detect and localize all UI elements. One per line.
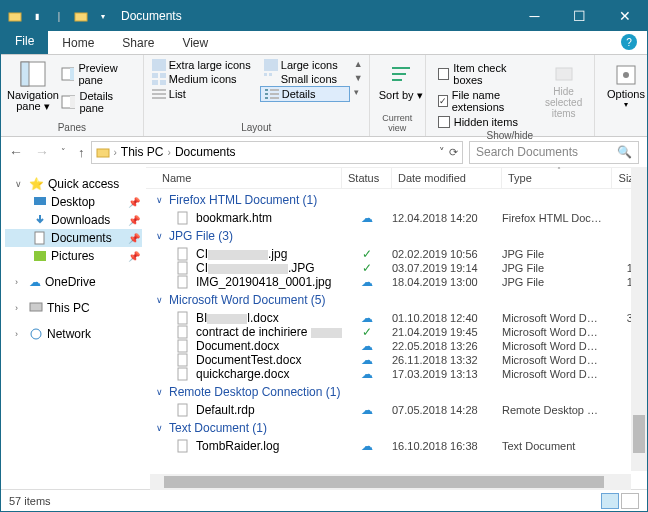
layout-scroll-up[interactable]: ▲ [352,58,365,72]
close-button[interactable]: ✕ [602,1,647,31]
file-row[interactable]: BIl.docx ☁ 01.10.2018 12:40 Microsoft Wo… [146,311,647,325]
recent-dropdown[interactable]: ˅ [61,147,66,157]
sort-by-button[interactable]: Sort by ▾ [376,58,426,101]
file-row[interactable]: CI.jpg ✓ 02.02.2019 10:56 JPG File [146,247,647,261]
file-name-extensions[interactable]: ✓File name extensions [438,89,536,113]
breadcrumb-thispc[interactable]: This PC [121,145,164,159]
tab-home[interactable]: Home [48,32,108,54]
qat-overflow-icon[interactable]: ▾ [95,8,111,24]
help-icon[interactable]: ? [621,34,637,50]
sidebar-downloads[interactable]: Downloads📌 [5,211,142,229]
sidebar-desktop[interactable]: Desktop📌 [5,193,142,211]
sidebar-documents[interactable]: Documents📌 [5,229,142,247]
item-count: 57 items [9,495,51,507]
col-type[interactable]: ˄Type [502,168,612,188]
col-name[interactable]: Name [146,168,342,188]
qat-explorer-icon [73,8,89,24]
file-row[interactable]: contract de inchiriere .docx ✓ 21.04.201… [146,325,647,339]
sidebar-pictures[interactable]: Pictures📌 [5,247,142,265]
folder-icon [96,145,110,159]
file-row[interactable]: Document.docx ☁ 22.05.2018 13:26 Microso… [146,339,647,353]
col-date[interactable]: Date modified [392,168,502,188]
horizontal-scrollbar[interactable] [150,474,631,490]
details-view-button[interactable] [601,493,619,509]
layout-list[interactable]: List [148,86,258,102]
address-dropdown-icon[interactable]: ˅ [439,146,445,159]
window-title: Documents [121,9,182,23]
tab-view[interactable]: View [168,32,222,54]
svg-rect-15 [269,73,272,76]
forward-button[interactable]: → [35,144,49,160]
layout-details[interactable]: Details [260,86,350,102]
layout-large[interactable]: Large icons [260,58,350,72]
svg-rect-11 [160,73,166,78]
tab-file[interactable]: File [1,30,48,54]
search-input[interactable]: Search Documents 🔍 [469,141,639,164]
file-row[interactable]: DocumentTest.docx ☁ 26.11.2018 13:32 Mic… [146,353,647,367]
svg-rect-42 [178,326,187,338]
layout-scroll-down[interactable]: ▼ [352,72,365,86]
details-pane-button[interactable]: Details pane [59,89,137,115]
file-row[interactable]: Default.rdp ☁ 07.05.2018 14:28 Remote De… [146,403,647,417]
svg-rect-14 [264,73,267,76]
group-header[interactable]: ∨JPG File (3) [146,225,647,247]
network-icon [29,327,43,341]
options-button[interactable]: Options ▾ [601,58,648,109]
qat-down-icon[interactable]: ▮ [29,8,45,24]
file-row[interactable]: bookmark.htm ☁ 12.04.2018 14:20 Firefox … [146,211,647,225]
svg-rect-46 [178,404,187,416]
group-header[interactable]: ∨Firefox HTML Document (1) [146,189,647,211]
sidebar-thispc[interactable]: ›This PC [5,299,142,317]
layout-small[interactable]: Small icons [260,72,350,86]
file-row[interactable]: quickcharge.docx ☁ 17.03.2019 13:13 Micr… [146,367,647,381]
pin-icon: 📌 [128,251,140,262]
preview-pane-button[interactable]: Preview pane [59,61,137,87]
star-icon: ⭐ [29,177,44,191]
svg-rect-0 [9,13,21,21]
hidden-items[interactable]: Hidden items [438,116,536,128]
tab-share[interactable]: Share [108,32,168,54]
svg-rect-5 [70,68,75,80]
breadcrumb-documents[interactable]: Documents [175,145,236,159]
file-row[interactable]: IMG_20190418_0001.jpg ☁ 18.04.2019 13:00… [146,275,647,289]
column-headers: Name Status Date modified ˄Type Size [146,167,647,189]
pin-icon: 📌 [128,233,140,244]
layout-group-label: Layout [148,120,365,133]
svg-rect-8 [152,59,166,71]
file-row[interactable]: CI.JPG ✓ 03.07.2019 19:14 JPG File 1.… [146,261,647,275]
sort-asc-icon: ˄ [557,166,561,175]
file-row[interactable]: TombRaider.log ☁ 16.10.2018 16:38 Text D… [146,439,647,453]
pin-icon: 📌 [128,215,140,226]
back-button[interactable]: ← [9,144,23,160]
svg-rect-13 [160,80,166,85]
svg-rect-34 [34,251,46,261]
layout-more[interactable]: ▾ [352,86,361,102]
sidebar-quick-access[interactable]: ∨⭐Quick access [5,175,142,193]
refresh-icon[interactable]: ⟳ [449,146,458,159]
maximize-button[interactable]: ☐ [557,1,602,31]
col-status[interactable]: Status [342,168,392,188]
svg-rect-31 [97,149,109,157]
minimize-button[interactable]: ─ [512,1,557,31]
layout-extra-large[interactable]: Extra large icons [148,58,258,72]
svg-rect-21 [265,93,268,95]
vertical-scrollbar[interactable] [631,167,647,471]
item-check-boxes[interactable]: Item check boxes [438,62,536,86]
sidebar-network[interactable]: ›Network [5,325,142,343]
current-view-label: Current view [376,111,419,133]
layout-medium[interactable]: Medium icons [148,72,258,86]
hide-selected-button: Hide selected items [539,58,588,128]
navigation-pane-button[interactable]: Navigation pane ▾ [7,58,59,115]
sidebar-onedrive[interactable]: ›☁OneDrive [5,273,142,291]
group-header[interactable]: ∨Text Document (1) [146,417,647,439]
svg-rect-12 [152,80,158,85]
svg-rect-10 [152,73,158,78]
pin-icon: 📌 [128,197,140,208]
pc-icon [29,301,43,315]
address-bar[interactable]: › This PC › Documents ˅⟳ [91,141,464,164]
group-header[interactable]: ∨Remote Desktop Connection (1) [146,381,647,403]
svg-rect-22 [270,93,279,95]
group-header[interactable]: ∨Microsoft Word Document (5) [146,289,647,311]
up-button[interactable]: ↑ [78,145,85,160]
thumbnails-view-button[interactable] [621,493,639,509]
